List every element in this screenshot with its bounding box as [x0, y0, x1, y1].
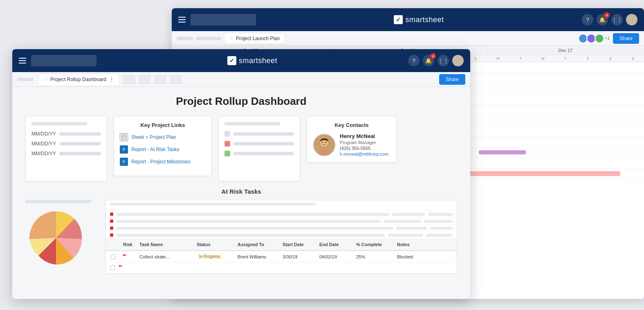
bg-hamburger-icon[interactable]: [178, 17, 186, 23]
table-placeholder-header: [106, 200, 457, 211]
td-pct-1: 25%: [355, 251, 395, 262]
fg-share-button[interactable]: Share: [439, 74, 465, 85]
fg-btn-placeholder1[interactable]: [123, 75, 135, 84]
td-notes-1: Blocked: [395, 251, 444, 262]
pie-above-bar: [25, 200, 92, 203]
th-assigned-to: Assigned To: [236, 239, 281, 250]
fg-badge-count: 4: [430, 53, 436, 59]
bg-tab-placeholder2: [196, 37, 221, 40]
th-risk: Risk: [121, 239, 138, 250]
status-bar-3: [233, 152, 294, 155]
bg-header: ✓ smartsheet ? 🔔 4 ⋮⋮: [172, 8, 644, 31]
gantt-bar-9: [479, 150, 526, 154]
contact-name: Henry McNeal: [340, 133, 388, 139]
svg-rect-4: [122, 147, 126, 152]
fg-btn-placeholder4[interactable]: [170, 75, 182, 84]
fg-tab-more-icon[interactable]: ⋮: [109, 76, 114, 83]
status-bar-2: [233, 142, 294, 145]
bg-tab-project-launch[interactable]: ☆ Project Launch Plan: [224, 33, 285, 44]
td-assigned-1: Brent Williams: [236, 251, 281, 262]
fg-user-avatar[interactable]: [452, 55, 464, 66]
at-risk-section: At Risk Tasks: [25, 188, 457, 274]
shimmer-bar-1b: [392, 213, 425, 216]
shimmer-bar-3c: [430, 227, 453, 230]
gantt-day-F3: F: [577, 55, 599, 62]
dashboard-content: Project Rollup Dashboard MM/DD/YY MM/DD/…: [12, 87, 470, 299]
td-end-1: 04/02/19: [318, 251, 355, 262]
risk-flag-1: [123, 254, 127, 259]
fg-hamburger-icon[interactable]: [19, 58, 26, 63]
svg-point-15: [322, 141, 323, 143]
date-bar-2: [59, 142, 101, 145]
date-value-1: MM/DD/YY: [31, 131, 56, 137]
td-checkbox-1[interactable]: [109, 251, 121, 262]
fg-notification-icon[interactable]: 🔔 4: [423, 55, 434, 66]
date-value-3: MM/DD/YY: [31, 151, 56, 156]
fg-tab-title: Project Rollup Dashboard: [50, 77, 106, 82]
status-badge-1: In Progress: [197, 254, 222, 259]
gantt-week-dec17: Dec 17: [487, 46, 644, 54]
date-bar-3: [59, 152, 101, 155]
bg-notification-icon[interactable]: 🔔 4: [597, 14, 608, 25]
status-widget: [218, 116, 300, 181]
date-row-1: MM/DD/YY: [31, 131, 101, 137]
svg-rect-8: [122, 159, 126, 164]
shimmer-bar-2c: [424, 220, 453, 223]
link-item-report-milestones[interactable]: Report - Project Milestones: [120, 158, 206, 166]
th-task-name: Task Name: [138, 239, 195, 250]
bg-share-button[interactable]: Share: [613, 33, 639, 44]
link-text-sheet[interactable]: Sheet = Project Plan: [131, 134, 176, 140]
fg-help-icon[interactable]: ?: [408, 55, 420, 66]
contact-email: h.mcneal@mbfcorp.com: [340, 152, 388, 156]
fg-tab-bar: ☆ Project Rollup Dashboard ⋮ Share: [12, 72, 470, 87]
bg-tab-bar: ☆ Project Launch Plan +1 Share: [172, 31, 644, 46]
key-project-links-widget: Key Project Links Sheet = Project Plan: [114, 116, 212, 176]
widget-row-top: MM/DD/YY MM/DD/YY MM/DD/YY Key Project L…: [25, 116, 457, 181]
contact-title: Program Manager: [340, 140, 388, 145]
at-risk-table: Risk Task Name Status Assigned To Start …: [105, 200, 457, 274]
td-risk-1: [121, 251, 138, 262]
th-status: Status: [195, 239, 236, 250]
th-start-date: Start Date: [281, 239, 318, 250]
link-item-report-atrisk[interactable]: Report - At Risk Tasks: [120, 145, 206, 154]
bg-apps-icon[interactable]: ⋮⋮: [611, 14, 623, 25]
gantt-day-M3: M: [487, 55, 509, 62]
bg-search-box[interactable]: [191, 14, 256, 25]
contact-item-henry: Henry McNeal Program Manager (425) 355-5…: [313, 133, 390, 156]
extra-risk-flag: [119, 264, 123, 272]
bg-smartsheet-logo: ✓ smartsheet: [394, 15, 444, 24]
at-risk-title: At Risk Tasks: [25, 188, 457, 195]
shimmer-bar-4b: [388, 234, 423, 237]
fg-btn-placeholder3[interactable]: [154, 75, 166, 84]
bg-help-icon[interactable]: ?: [582, 14, 593, 25]
fg-smartsheet-logo: ✓ smartsheet: [227, 56, 277, 65]
bg-logo-mark: ✓: [394, 15, 403, 24]
checkbox-extra[interactable]: [110, 265, 115, 270]
risk-flag-extra: [119, 265, 123, 270]
fg-logo-mark: ✓: [227, 56, 236, 65]
fg-apps-icon[interactable]: ⋮⋮: [438, 55, 449, 66]
shimmer-bar-3b: [396, 227, 427, 230]
bg-badge-count: 4: [604, 12, 610, 18]
link-text-atrisk[interactable]: Report - At Risk Tasks: [131, 147, 180, 152]
table-extra-row: [106, 262, 457, 274]
link-text-milestones[interactable]: Report - Project Milestones: [131, 159, 191, 165]
bg-user-avatar[interactable]: [626, 14, 637, 25]
shimmer-bar-4a: [117, 234, 385, 237]
fg-btn-placeholder2[interactable]: [139, 75, 151, 84]
shimmer-flag-4: [110, 233, 113, 237]
shimmer-flag-1: [110, 213, 113, 216]
link-item-sheet[interactable]: Sheet = Project Plan: [120, 133, 206, 141]
fg-search-box[interactable]: [31, 55, 96, 66]
contact-info: Henry McNeal Program Manager (425) 355-5…: [340, 133, 388, 156]
shimmer-bar-1a: [117, 213, 389, 216]
bg-logo-text: smartsheet: [405, 16, 444, 24]
checkbox-1[interactable]: [111, 254, 116, 259]
pie-chart-container: [25, 200, 99, 270]
td-start-1: 3/30/19: [281, 251, 318, 262]
gantt-day-S6: S: [622, 55, 644, 62]
fg-tab-dashboard[interactable]: ☆ Project Rollup Dashboard ⋮: [38, 74, 120, 85]
table-row-1: Collect strate... In Progress Brent Will…: [106, 251, 457, 262]
contact-phone: (425) 355-5555: [340, 146, 388, 151]
shimmer-bar-1c: [428, 213, 453, 216]
